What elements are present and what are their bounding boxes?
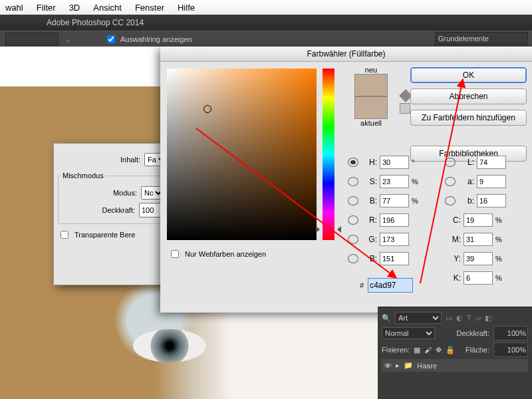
cancel-button[interactable]: Abbrechen <box>410 88 527 104</box>
s-radio[interactable] <box>348 177 358 186</box>
lab-b-field[interactable] <box>477 194 506 207</box>
rgb-b-field[interactable] <box>380 252 409 265</box>
filter-shape-icon[interactable]: ▱ <box>475 314 481 323</box>
nearest-web-color-icon[interactable] <box>400 103 410 114</box>
filter-image-icon[interactable]: ▭ <box>446 314 452 323</box>
l-radio[interactable] <box>445 158 456 167</box>
layer-opacity-label: Deckkraft: <box>456 329 489 337</box>
web-only-checkbox[interactable] <box>171 250 179 258</box>
app-title: Adobe Photoshop CC 2014 <box>47 18 144 27</box>
ok-button[interactable]: OK <box>410 67 527 83</box>
l-field[interactable] <box>477 156 506 169</box>
sv-marker[interactable] <box>203 105 211 113</box>
folder-icon: 📁 <box>404 361 413 370</box>
menu-item[interactable]: Ansicht <box>93 3 122 13</box>
m-field[interactable] <box>464 233 493 246</box>
options-bar: ⌄ Auswahlring anzeigen Grundelemente <box>0 31 532 48</box>
preserve-transparency-checkbox[interactable] <box>61 231 68 239</box>
disclosure-icon[interactable]: ▸ <box>396 361 400 370</box>
s-field[interactable] <box>380 175 409 188</box>
visibility-icon[interactable]: 👁 <box>384 362 392 370</box>
picker-title: Farbwähler (Füllfarbe) <box>160 47 532 62</box>
r-field[interactable] <box>380 213 409 227</box>
layer-opacity-field[interactable] <box>493 326 528 340</box>
current-color-swatch[interactable] <box>354 96 388 119</box>
a-radio[interactable] <box>445 177 456 186</box>
lock-transparency-icon[interactable]: ▦ <box>414 346 420 354</box>
r-radio[interactable] <box>348 215 358 225</box>
eye-area <box>133 329 206 362</box>
hex-field[interactable] <box>368 278 413 293</box>
fill-opacity-field[interactable] <box>493 342 528 357</box>
menu-item[interactable]: Hilfe <box>178 3 195 13</box>
lock-move-icon[interactable]: ✥ <box>436 346 442 354</box>
g-radio[interactable] <box>348 235 358 244</box>
fill-opacity-label: Fläche: <box>466 346 489 354</box>
menu-item[interactable]: Filter <box>37 3 56 13</box>
c-field[interactable] <box>464 213 493 227</box>
layers-panel: 🔍 Art ▭ ◐ T ▱ ◧ Normal Deckkraft: Fixier… <box>378 307 532 399</box>
search-icon[interactable]: 🔍 <box>382 314 391 323</box>
web-only-label: Nur Webfarben anzeigen <box>185 250 266 258</box>
preserve-transparency-label: Transparente Bere <box>74 231 135 239</box>
menu-item[interactable]: Fenster <box>135 3 164 13</box>
add-swatch-button[interactable]: Zu Farbfeldern hinzufügen <box>410 110 527 126</box>
h-field[interactable] <box>380 156 409 169</box>
k-field[interactable] <box>464 271 493 285</box>
lock-label: Fixieren: <box>382 346 410 354</box>
lock-brush-icon[interactable]: 🖌 <box>424 346 432 354</box>
layer-row[interactable]: 👁 ▸ 📁 Haare <box>382 359 528 372</box>
filter-adjust-icon[interactable]: ◐ <box>456 314 463 323</box>
blend-mode-dropdown[interactable]: Normal <box>382 327 435 339</box>
b-radio[interactable] <box>348 196 358 205</box>
saturation-value-field[interactable] <box>167 68 317 240</box>
new-label: neu <box>348 66 394 74</box>
selection-ring-toggle[interactable]: Auswahlring anzeigen <box>104 33 192 45</box>
y-field[interactable] <box>464 252 493 265</box>
new-color-swatch <box>354 74 388 96</box>
color-picker-dialog: Farbwähler (Füllfarbe) neu aktuell OK Ab… <box>160 47 532 313</box>
selection-ring-checkbox[interactable] <box>107 35 115 43</box>
a-field[interactable] <box>477 175 506 188</box>
opacity-label: Deckkraft: <box>102 206 135 214</box>
lock-all-icon[interactable]: 🔒 <box>446 346 455 354</box>
filter-type-dropdown[interactable]: Art <box>395 312 442 324</box>
filter-smart-icon[interactable]: ◧ <box>485 314 491 323</box>
mode-label: Modus: <box>113 189 137 197</box>
g-field[interactable] <box>380 233 409 246</box>
menu-item[interactable]: 3D <box>69 3 80 13</box>
app-title-bar: Adobe Photoshop CC 2014 <box>0 15 532 31</box>
b-field[interactable] <box>380 194 409 207</box>
shape-dropdown[interactable] <box>5 33 59 46</box>
content-label: Inhalt: <box>120 156 140 164</box>
fill-dialog: Inhalt: Fa Mischmodus Modus: No Deckkraf… <box>53 143 172 285</box>
workspace-dropdown[interactable]: Grundelemente <box>435 32 528 45</box>
menu-item[interactable]: wahl <box>5 3 23 13</box>
filter-type-icon[interactable]: T <box>467 314 471 322</box>
hue-slider[interactable] <box>323 68 334 240</box>
blend-group-label: Mischmodus <box>61 172 105 180</box>
hue-slider-handle[interactable] <box>319 223 338 229</box>
layer-name[interactable]: Haare <box>417 362 437 370</box>
rgb-b-radio[interactable] <box>348 254 358 263</box>
h-radio[interactable] <box>348 158 358 167</box>
current-label: aktuell <box>348 119 394 127</box>
menubar: wahl Filter 3D Ansicht Fenster Hilfe <box>0 0 532 15</box>
lab-b-radio[interactable] <box>445 196 456 205</box>
hex-prefix: # <box>360 281 364 289</box>
